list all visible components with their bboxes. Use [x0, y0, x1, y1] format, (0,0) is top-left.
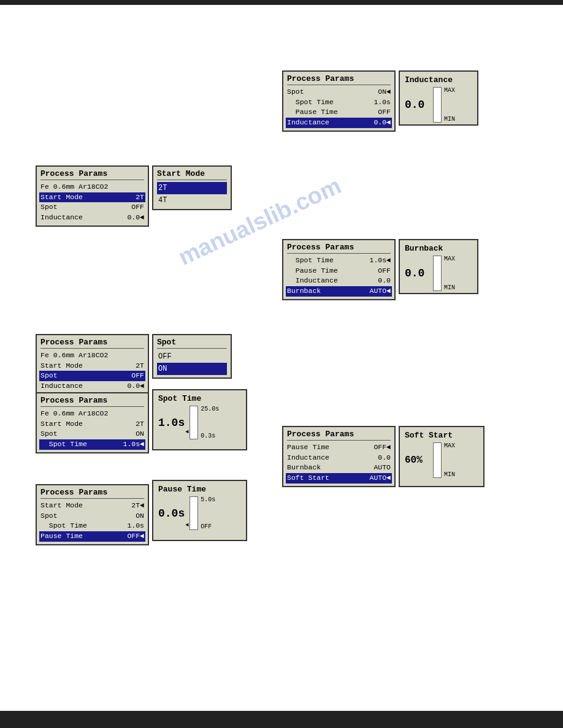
panel7-row-1: Spot ON [40, 511, 144, 521]
panel2-label-3: Inductance [40, 213, 90, 223]
panel6-row-1: Inductance 0.0 [287, 453, 391, 463]
softstart-slider-track[interactable] [433, 442, 442, 478]
panel5-value-1: 2T [123, 419, 144, 430]
burnback-slider-track[interactable] [433, 256, 442, 291]
inductance-gauge: Inductance 0.0 MAX MIN [399, 70, 478, 126]
burnback-min-label: MIN [444, 284, 455, 291]
panel1-title: Process Params [287, 74, 391, 85]
panel1-row-0: Spot ON◄ [287, 87, 391, 97]
pausetime-value: 0.0s [158, 507, 185, 520]
panel4-value-1: 2T [123, 361, 144, 371]
panel5-value-3: 1.0s◄ [123, 439, 144, 450]
panel2-row-3: Inductance 0.0◄ [40, 213, 144, 223]
panel4-row-2: Spot OFF [39, 371, 145, 381]
panel2-label-0: Fe 0.6mm Ar18CO2 [40, 182, 108, 192]
spottime-min-label: 0.3s [201, 433, 219, 439]
burnback-title: Burnback [405, 244, 443, 253]
panel6-title: Process Params [287, 430, 391, 441]
panel2-label-1: Start Mode [40, 192, 90, 203]
panel7-value-2: 1.0s [123, 521, 144, 531]
pausetime-gauge: Pause Time 0.0s ◄ 5.0s OFF [152, 480, 247, 541]
bottom-bar [0, 711, 563, 728]
process-params-panel-4: Process Params Fe 0.6mm Ar18CO2 Start Mo… [36, 334, 149, 395]
panel3-value-0: 1.0s◄ [369, 256, 391, 266]
panel1-row-1: Spot Time 1.0s [287, 97, 391, 108]
panel3-value-3: AUTO◄ [369, 286, 391, 297]
spot-item-off[interactable]: OFF [157, 351, 227, 363]
startmode-item-2t[interactable]: 2T [157, 182, 227, 194]
panel4-row-1: Start Mode 2T [40, 361, 144, 371]
panel4-value-2: OFF [123, 371, 144, 381]
softstart-min-label: MIN [444, 471, 455, 478]
spottime-title: Spot Time [158, 394, 201, 403]
panel5-row-0: Fe 0.6mm Ar18CO2 [40, 409, 144, 419]
panel7-row-2: Spot Time 1.0s [40, 521, 144, 531]
softstart-gauge: Soft Start 60% MAX MIN [399, 426, 484, 487]
panel2-value-0 [123, 182, 144, 192]
softstart-value: 60% [405, 455, 428, 466]
panel5-row-3: Spot Time 1.0s◄ [39, 439, 145, 450]
panel6-label-2: Burnback [287, 463, 336, 473]
panel1-value-2: OFF [369, 107, 391, 118]
panel6-label-0: Pause Time [287, 442, 336, 453]
softstart-title: Soft Start [405, 431, 453, 440]
panel2-label-2: Spot [40, 202, 90, 213]
panel1-label-2: Pause Time [287, 107, 338, 118]
panel1-value-1: 1.0s [369, 97, 391, 108]
process-params-panel-2: Process Params Fe 0.6mm Ar18CO2 Start Mo… [36, 165, 149, 227]
panel7-value-3: OFF◄ [123, 531, 144, 542]
panel3-row-3: Burnback AUTO◄ [286, 286, 392, 297]
panel7-label-0: Start Mode [40, 501, 90, 511]
panel4-label-0: Fe 0.6mm Ar18CO2 [40, 351, 108, 361]
process-params-panel-5: Process Params Fe 0.6mm Ar18CO2 Start Mo… [36, 392, 149, 453]
burnback-gauge: Burnback 0.0 MAX MIN [399, 239, 478, 294]
startmode-title: Start Mode [157, 169, 227, 180]
panel5-row-2: Spot ON [40, 429, 144, 439]
pausetime-min-label: OFF [201, 523, 215, 530]
pausetime-max-label: 5.0s [201, 496, 215, 503]
panel1-value-3: 0.0◄ [369, 118, 391, 128]
panel5-label-0: Fe 0.6mm Ar18CO2 [40, 409, 108, 419]
panel5-value-0 [123, 409, 144, 419]
pausetime-slider-track[interactable]: ◄ [190, 496, 198, 530]
panel3-label-1: Pause Time [287, 266, 338, 276]
spot-title: Spot [157, 338, 227, 349]
panel5-label-2: Spot [40, 429, 90, 439]
panel2-row-2: Spot OFF [40, 202, 144, 213]
process-params-panel-6: Process Params Pause Time OFF◄ Inductanc… [282, 426, 396, 487]
panel3-row-2: Inductance 0.0 [287, 276, 391, 286]
spot-item-on[interactable]: ON [157, 363, 227, 375]
inductance-value: 0.0 [405, 99, 428, 111]
panel5-title: Process Params [40, 396, 144, 407]
top-bar [0, 0, 563, 5]
panel6-label-3: Soft Start [287, 473, 336, 483]
panel6-label-1: Inductance [287, 453, 336, 463]
softstart-max-label: MAX [444, 442, 455, 449]
spottime-value: 1.0s [158, 417, 185, 429]
burnback-max-label: MAX [444, 256, 455, 262]
panel4-label-1: Start Mode [40, 361, 90, 371]
panel7-row-3: Pause Time OFF◄ [39, 531, 145, 542]
panel4-value-3: 0.0◄ [123, 381, 144, 392]
panel2-title: Process Params [40, 169, 144, 180]
panel6-value-2: AUTO [369, 463, 391, 473]
panel3-value-2: 0.0 [369, 276, 391, 286]
panel3-label-3: Burnback [287, 286, 336, 297]
inductance-slider-track[interactable] [433, 87, 442, 123]
panel1-label-0: Spot [287, 87, 336, 97]
startmode-item-4t[interactable]: 4T [157, 194, 227, 207]
panel7-value-0: 2T◄ [123, 501, 144, 511]
panel5-label-3: Spot Time [40, 439, 90, 450]
pausetime-title: Pause Time [158, 485, 206, 494]
panel6-row-3: Soft Start AUTO◄ [286, 473, 392, 483]
panel2-value-3: 0.0◄ [123, 213, 144, 223]
burnback-value: 0.0 [405, 267, 428, 279]
spottime-slider-track[interactable]: ◄ [190, 406, 198, 439]
panel7-row-0: Start Mode 2T◄ [40, 501, 144, 511]
panel2-value-2: OFF [123, 202, 144, 213]
panel2-row-0: Fe 0.6mm Ar18CO2 [40, 182, 144, 192]
process-params-panel-3: Process Params Spot Time 1.0s◄ Pause Tim… [282, 239, 396, 300]
panel6-value-3: AUTO◄ [369, 473, 391, 483]
panel4-title: Process Params [40, 338, 144, 349]
start-mode-panel: Start Mode 2T 4T [152, 165, 232, 210]
